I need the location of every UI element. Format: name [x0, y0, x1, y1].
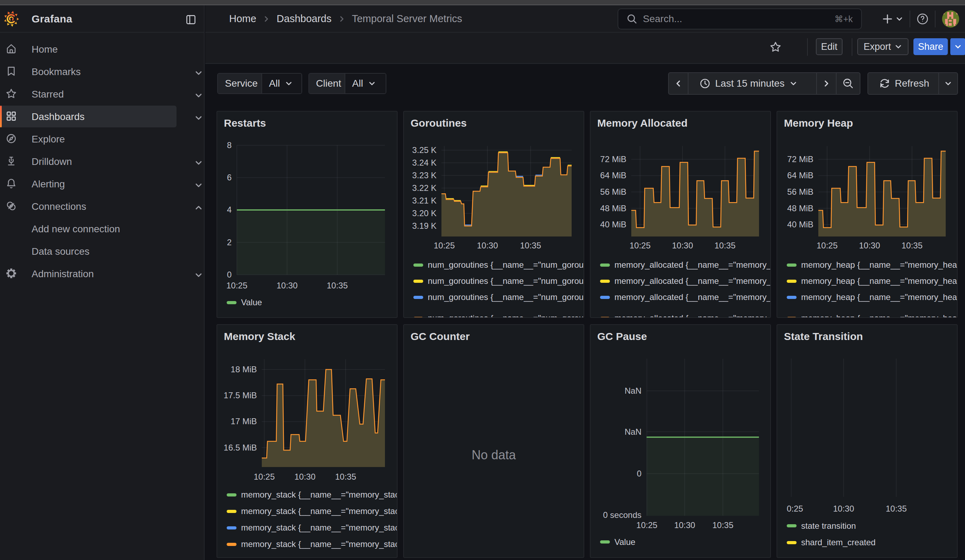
svg-text:0 seconds: 0 seconds: [603, 510, 641, 520]
svg-text:64 MiB: 64 MiB: [600, 171, 626, 180]
svg-text:3.19 K: 3.19 K: [412, 221, 437, 230]
svg-text:10:30: 10:30: [674, 520, 695, 530]
svg-text:10:25: 10:25: [434, 241, 455, 250]
svg-text:40 MiB: 40 MiB: [600, 220, 626, 229]
svg-text:18 MiB: 18 MiB: [231, 364, 257, 374]
svg-text:4: 4: [227, 205, 232, 214]
svg-text:10:25: 10:25: [226, 281, 247, 290]
svg-text:2: 2: [227, 238, 232, 247]
svg-text:0: 0: [227, 270, 232, 279]
svg-text:17 MiB: 17 MiB: [231, 416, 257, 426]
svg-text:10:25: 10:25: [630, 241, 651, 250]
svg-text:NaN: NaN: [625, 386, 641, 395]
svg-text:3.24 K: 3.24 K: [412, 158, 437, 167]
svg-text:3.20 K: 3.20 K: [412, 208, 437, 218]
svg-text:10:35: 10:35: [901, 241, 922, 250]
svg-text:3.23 K: 3.23 K: [412, 171, 437, 180]
svg-text:56 MiB: 56 MiB: [600, 187, 626, 196]
svg-text:6: 6: [227, 173, 232, 182]
svg-text:10:30: 10:30: [859, 241, 880, 250]
svg-text:10:35: 10:35: [520, 241, 541, 250]
svg-text:72 MiB: 72 MiB: [787, 154, 813, 164]
svg-text:10:25: 10:25: [636, 520, 657, 530]
svg-text:3.22 K: 3.22 K: [412, 183, 437, 193]
svg-text:10:35: 10:35: [335, 472, 356, 482]
svg-text:8: 8: [227, 140, 232, 150]
svg-text:10:30: 10:30: [833, 504, 854, 513]
svg-text:40 MiB: 40 MiB: [787, 220, 813, 229]
svg-text:48 MiB: 48 MiB: [600, 204, 626, 213]
svg-text:10:35: 10:35: [715, 241, 736, 250]
svg-text:10:35: 10:35: [712, 520, 733, 530]
svg-text:0:25: 0:25: [787, 504, 803, 513]
svg-text:72 MiB: 72 MiB: [600, 154, 626, 164]
svg-text:16.5 MiB: 16.5 MiB: [224, 443, 257, 452]
svg-text:17.5 MiB: 17.5 MiB: [224, 390, 257, 400]
svg-text:10:30: 10:30: [672, 241, 693, 250]
svg-text:10:25: 10:25: [816, 241, 837, 250]
svg-text:48 MiB: 48 MiB: [787, 204, 813, 213]
svg-text:NaN: NaN: [625, 427, 641, 436]
svg-text:10:30: 10:30: [477, 241, 498, 250]
svg-text:3.21 K: 3.21 K: [412, 196, 437, 205]
svg-text:64 MiB: 64 MiB: [787, 171, 813, 180]
svg-text:0: 0: [637, 469, 641, 478]
svg-text:10:35: 10:35: [886, 504, 907, 513]
svg-text:10:30: 10:30: [276, 281, 298, 290]
svg-text:10:25: 10:25: [254, 472, 275, 482]
svg-text:10:30: 10:30: [294, 472, 316, 482]
svg-text:3.25 K: 3.25 K: [412, 145, 437, 155]
svg-text:10:35: 10:35: [327, 281, 348, 290]
svg-text:56 MiB: 56 MiB: [787, 187, 813, 196]
